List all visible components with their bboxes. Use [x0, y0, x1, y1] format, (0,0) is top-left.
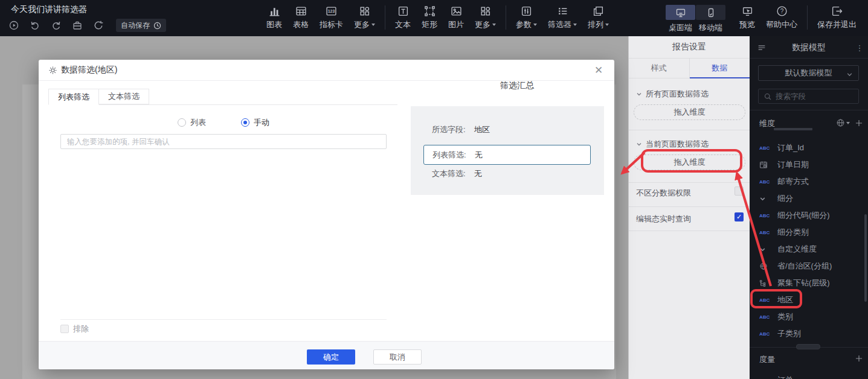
save-exit-button[interactable]: 保存并退出 — [812, 5, 862, 30]
gear-icon — [48, 66, 57, 75]
filters-icon — [557, 5, 568, 17]
abc-icon: ABC — [759, 230, 773, 235]
realtime-query-checkbox[interactable]: ✓ — [735, 212, 744, 221]
abc-icon: ABC — [759, 145, 773, 151]
divider — [629, 231, 750, 231]
rectangle-icon — [424, 5, 436, 17]
divider — [750, 347, 868, 348]
close-icon[interactable]: ✕ — [593, 64, 605, 76]
svg-text:?: ? — [780, 7, 783, 14]
format-painter-icon[interactable] — [72, 20, 83, 31]
toolbar-rectangle-button[interactable]: 矩形 — [416, 5, 443, 30]
toolbar-filters-button[interactable]: 筛选器 — [542, 5, 582, 30]
exclude-label: 排除 — [73, 323, 89, 334]
preview-button[interactable]: 预览 — [734, 5, 760, 30]
field-row-segment-code[interactable]: ABC细分代码(细分) — [750, 207, 868, 224]
help-center-button[interactable]: ? 帮助中心 — [760, 5, 803, 30]
field-row-order-id[interactable]: ABC订单_Id — [750, 139, 868, 156]
field-row-ship-mode[interactable]: ABC邮寄方式 — [750, 173, 868, 190]
tab-underline — [48, 104, 397, 105]
field-row-drill-hierarchy[interactable]: 聚集下钻(层级) — [750, 275, 868, 291]
field-row-order-date[interactable]: 订单日期 — [750, 156, 868, 173]
cancel-button[interactable]: 取消 — [373, 349, 422, 365]
divider — [60, 319, 387, 320]
tab-data[interactable]: 数据 — [689, 59, 750, 78]
toolbar-image-button[interactable]: 图片 — [443, 5, 469, 30]
field-row-segment-group[interactable]: 细分 — [750, 190, 868, 207]
kebab-menu-icon[interactable]: ⋮ — [854, 42, 866, 54]
add-item-input[interactable] — [60, 134, 387, 149]
device-desktop-label: 桌面端 — [669, 22, 692, 33]
section-all-pages-filter[interactable]: 所有页面数据筛选 — [636, 89, 709, 100]
data-model-selector[interactable]: 默认数据模型 — [758, 65, 859, 81]
undo-icon[interactable] — [30, 20, 40, 31]
dialog-title: 数据筛选(地区) — [61, 65, 117, 75]
toolbar-parameters-button[interactable]: 参数 — [510, 5, 542, 30]
device-desktop-button[interactable]: 桌面端 — [666, 5, 695, 33]
toolbar-table-button[interactable]: 表格 — [288, 5, 314, 30]
section-current-page-filter[interactable]: 当前页面数据筛选 — [636, 139, 709, 150]
field-search-input[interactable] — [776, 92, 854, 101]
panel-split-handle[interactable] — [796, 344, 820, 349]
data-model-panel: 数据模型 ⋮ 默认数据模型 维度 ABC订单_Id订单日期ABC邮寄方式细分AB… — [750, 36, 868, 379]
add-measure-icon[interactable] — [855, 354, 863, 363]
device-mobile-label: 移动端 — [699, 22, 722, 33]
chevron-down-icon — [636, 91, 642, 97]
field-row-custom-dimensions-group[interactable]: 自定义维度 — [750, 241, 868, 258]
toolbar-chart-button[interactable]: 图表 — [261, 5, 288, 30]
abc-icon: ABC — [759, 213, 773, 218]
collapse-panel-icon[interactable] — [756, 42, 768, 54]
field-row-order-group[interactable]: 订单 — [750, 372, 868, 379]
geo-role-icon[interactable] — [836, 118, 850, 127]
dialog-footer: 确定 取消 — [39, 341, 614, 369]
image-icon — [451, 5, 462, 17]
chevron-down-icon — [759, 196, 773, 202]
device-mobile-button[interactable]: 移动端 — [696, 5, 725, 33]
field-row-category[interactable]: ABC类别 — [750, 308, 868, 325]
toolbar-more-elements-button[interactable]: 更多 — [469, 5, 501, 30]
preview-label: 预览 — [739, 19, 755, 30]
settings-tabs: 样式 数据 — [629, 59, 750, 78]
play-history-icon[interactable] — [8, 20, 19, 31]
divider — [629, 182, 750, 183]
field-row-region[interactable]: ABC地区 — [750, 291, 868, 308]
app-window: 今天我们讲讲筛选器 自动保存 图表表 — [0, 0, 868, 379]
scrollbar-thumb[interactable] — [864, 214, 867, 302]
radio-list-mode[interactable]: 列表 — [178, 117, 206, 128]
filter-summary-title: 筛选汇总 — [420, 80, 614, 91]
tab-list-filter[interactable]: 列表筛选 — [48, 89, 99, 105]
chart-icon — [269, 5, 280, 17]
tab-style[interactable]: 样式 — [629, 59, 689, 78]
abc-icon: ABC — [759, 179, 773, 185]
toolbar-arrange-button[interactable]: 排列 — [582, 5, 614, 30]
preview-icon — [742, 5, 753, 17]
autosave-label: 自动保存 — [121, 21, 150, 31]
field-row-sub-category[interactable]: ABC子类别 — [750, 325, 868, 342]
redo-icon[interactable] — [51, 20, 62, 31]
toolbar-more-visuals-button[interactable]: 更多 — [349, 5, 381, 30]
tab-text-filter[interactable]: 文本筛选 — [98, 89, 149, 104]
ok-button[interactable]: 确定 — [307, 349, 355, 365]
refresh-icon[interactable] — [93, 20, 104, 31]
field-row-province-group[interactable]: 省/自治区(分组) — [750, 258, 868, 275]
arrange-icon — [593, 5, 604, 17]
current-page-dropzone[interactable]: 拖入维度 — [634, 154, 745, 170]
history-toolbar: 自动保存 — [8, 19, 166, 32]
caret-down-icon — [371, 24, 375, 26]
insert-toolbar: 图表表格123指标卡更多文本矩形图片更多参数筛选器排列 — [261, 5, 614, 30]
toolbar-kpi-card-button[interactable]: 123指标卡 — [314, 5, 349, 30]
add-dimension-icon[interactable] — [855, 119, 863, 127]
parameters-icon — [521, 5, 532, 17]
all-pages-dropzone[interactable]: 拖入维度 — [634, 104, 745, 120]
chevron-down-icon — [636, 141, 642, 147]
field-row-segment-category[interactable]: ABC细分类别 — [750, 224, 868, 241]
exclude-checkbox-row[interactable]: 排除 — [60, 323, 89, 334]
autosave-badge[interactable]: 自动保存 — [116, 19, 166, 32]
field-search-box — [758, 89, 859, 104]
caret-down-icon — [573, 24, 577, 26]
ignore-data-permission-checkbox[interactable] — [735, 186, 744, 196]
exclude-checkbox[interactable] — [60, 325, 69, 333]
settings-panel-title: 报告设置 — [629, 36, 750, 59]
radio-manual-mode[interactable]: 手动 — [241, 117, 269, 128]
toolbar-text-button[interactable]: 文本 — [390, 5, 416, 30]
